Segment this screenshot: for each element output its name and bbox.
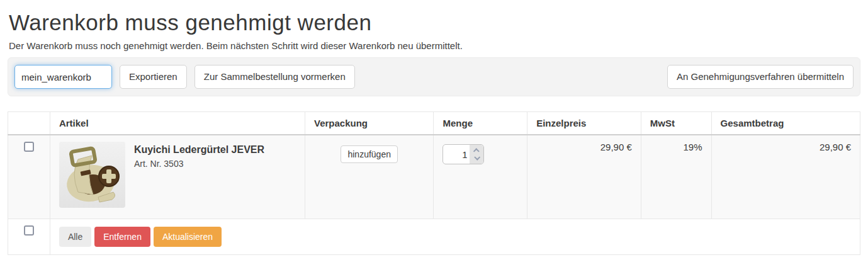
product-info: Kuyichi Ledergürtel JEVER Art. Nr. 3503 (134, 142, 264, 212)
packaging-cell: hinzufügen (305, 135, 434, 219)
chevron-down-icon[interactable] (474, 154, 480, 161)
page-title: Warenkorb muss genehmigt werden (9, 10, 860, 35)
cart-toolbar: Exportieren Zur Sammelbestellung vormerk… (8, 57, 860, 96)
cart-table: Artikel Verpackung Menge Einzelpreis MwS… (8, 111, 860, 255)
header-einzelpreis: Einzelpreis (527, 112, 641, 135)
footer-actions-cell: Alle Entfernen Aktualisieren (50, 219, 860, 255)
table-footer-row: Alle Entfernen Aktualisieren (8, 219, 860, 255)
quantity-cell (434, 135, 527, 219)
header-gesamtbetrag: Gesamtbetrag (711, 112, 860, 135)
unit-price-cell: 29,90 € (527, 135, 641, 219)
select-all-button[interactable]: Alle (59, 227, 91, 247)
table-header-row: Artikel Verpackung Menge Einzelpreis MwS… (8, 112, 860, 135)
cart-approval-page: Warenkorb muss genehmigt werden Der Ware… (0, 10, 868, 255)
header-menge: Menge (434, 112, 527, 135)
vat-cell: 19% (641, 135, 711, 219)
header-select (8, 112, 50, 135)
product-name[interactable]: Kuyichi Ledergürtel JEVER (134, 144, 264, 156)
select-all-checkbox[interactable] (24, 225, 34, 236)
header-artikel: Artikel (50, 112, 305, 135)
add-packaging-button[interactable]: hinzufügen (341, 145, 398, 163)
total-cell: 29,90 € (711, 135, 860, 219)
product-image (59, 142, 125, 208)
page-subtitle: Der Warenkorb muss noch genehmigt werden… (9, 40, 860, 51)
cart-item-row: Kuyichi Ledergürtel JEVER Art. Nr. 3503 … (8, 135, 860, 219)
select-all-cell (8, 219, 50, 255)
header-verpackung: Verpackung (305, 112, 434, 135)
submit-approval-button[interactable]: An Genehmigungsverfahren übermitteln (667, 65, 854, 89)
remove-button[interactable]: Entfernen (94, 227, 150, 247)
quantity-stepper (442, 144, 484, 164)
update-button[interactable]: Aktualisieren (154, 227, 222, 247)
row-select-cell (8, 135, 50, 219)
article-cell: Kuyichi Ledergürtel JEVER Art. Nr. 3503 (50, 135, 305, 219)
product-article-number: Art. Nr. 3503 (134, 159, 264, 169)
export-button[interactable]: Exportieren (120, 65, 187, 89)
select-row-checkbox[interactable] (24, 142, 34, 152)
header-mwst: MwSt (641, 112, 711, 135)
chevron-up-icon[interactable] (473, 148, 480, 154)
quantity-spin-buttons[interactable] (470, 145, 483, 164)
cart-name-input[interactable] (14, 65, 112, 89)
quantity-input[interactable] (443, 145, 470, 164)
collective-order-button[interactable]: Zur Sammelbestellung vormerken (194, 65, 355, 89)
